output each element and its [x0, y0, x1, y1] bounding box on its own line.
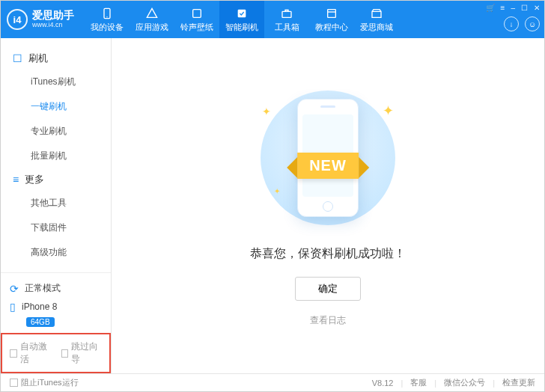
- maximize-button[interactable]: ☐: [521, 4, 528, 12]
- cart-icon[interactable]: 🛒: [486, 4, 495, 12]
- checkbox-icon: [10, 349, 17, 358]
- store-icon: [370, 7, 383, 20]
- device-name[interactable]: ▯ iPhone 8: [10, 298, 102, 316]
- svg-rect-3: [238, 9, 246, 17]
- phone-icon: ▯: [10, 301, 16, 313]
- sidebar-item-batch-flash[interactable]: 批量刷机: [31, 144, 111, 168]
- footer-link-service[interactable]: 客服: [410, 377, 427, 388]
- status-bar: 阻止iTunes运行 V8.12 | 客服 | 微信公众号 | 检查更新: [1, 373, 544, 391]
- view-log-link[interactable]: 查看日志: [310, 314, 346, 327]
- device-mode-label: 正常模式: [25, 282, 61, 295]
- sidebar-item-download-fw[interactable]: 下载固件: [31, 215, 111, 240]
- download-icon[interactable]: ↓: [504, 16, 519, 31]
- version-label: V8.12: [372, 379, 394, 388]
- tab-label: 铃声壁纸: [180, 22, 213, 33]
- svg-point-1: [106, 16, 107, 17]
- app-name: 爱思助手: [32, 10, 74, 21]
- menu-icon: ≡: [13, 174, 19, 186]
- checkbox-icon: [61, 349, 69, 358]
- sidebar-item-other-tools[interactable]: 其他工具: [31, 191, 111, 215]
- success-illustration: ✦ ✦ ✦ NEW: [231, 83, 425, 233]
- checkbox-icon: [10, 379, 18, 387]
- confirm-button[interactable]: 确定: [295, 277, 361, 301]
- svg-rect-6: [328, 9, 336, 17]
- sidebar-item-advanced[interactable]: 高级功能: [31, 240, 111, 265]
- sparkle-icon: ✦: [274, 187, 280, 195]
- sidebar-item-itunes-flash[interactable]: iTunes刷机: [31, 70, 111, 94]
- music-icon: [190, 7, 204, 20]
- tab-label: 教程中心: [315, 22, 348, 33]
- svg-rect-5: [285, 10, 288, 11]
- tab-label: 工具箱: [275, 22, 299, 33]
- tab-label: 应用游戏: [136, 22, 168, 33]
- top-tabs: 我的设备 应用游戏 铃声壁纸 智能刷机 工具箱 教程中心: [85, 1, 399, 38]
- device-mode[interactable]: ⟳ 正常模式: [10, 279, 102, 298]
- phone-icon: [100, 7, 114, 20]
- sparkle-icon: ✦: [383, 102, 394, 119]
- checkbox-auto-activate[interactable]: 自动激活: [10, 340, 51, 366]
- tab-tutorial[interactable]: 教程中心: [309, 1, 354, 38]
- app-logo: i4 爱思助手 www.i4.cn: [7, 9, 74, 30]
- svg-rect-4: [282, 11, 291, 17]
- checkbox-label: 跳过向导: [71, 340, 102, 366]
- new-ribbon: NEW: [297, 153, 359, 179]
- options-highlight: 自动激活 跳过向导: [1, 333, 111, 373]
- sidebar-group-label: 更多: [25, 173, 44, 186]
- checkbox-label: 自动激活: [20, 340, 51, 366]
- refresh-icon: ⟳: [10, 283, 19, 295]
- sidebar: ☐ 刷机 iTunes刷机 一键刷机 专业刷机 批量刷机 ≡ 更多 其他工具 下…: [1, 38, 112, 373]
- footer-link-update[interactable]: 检查更新: [502, 377, 535, 388]
- logo-mark: i4: [7, 9, 28, 30]
- user-icon[interactable]: ☺: [525, 16, 540, 31]
- checkbox-label: 阻止iTunes运行: [21, 377, 79, 388]
- top-bar: i4 爱思助手 www.i4.cn 我的设备 应用游戏 铃声壁纸 智能刷机: [1, 1, 544, 38]
- sidebar-item-oneclick-flash[interactable]: 一键刷机: [31, 94, 111, 119]
- ribbon-label: NEW: [297, 153, 359, 179]
- app-url: www.i4.cn: [32, 22, 74, 29]
- book-icon: [325, 7, 338, 20]
- flash-icon: [235, 7, 249, 20]
- sidebar-item-pro-flash[interactable]: 专业刷机: [31, 119, 111, 144]
- tab-apps[interactable]: 应用游戏: [130, 1, 174, 38]
- minimize-button[interactable]: –: [511, 4, 515, 12]
- tab-ring[interactable]: 铃声壁纸: [174, 1, 219, 38]
- phone-icon: ☐: [13, 52, 22, 64]
- device-name-label: iPhone 8: [22, 301, 57, 312]
- menu-icon[interactable]: ≡: [501, 4, 505, 12]
- checkbox-skip-guide[interactable]: 跳过向导: [61, 340, 103, 366]
- tab-label: 我的设备: [91, 22, 124, 33]
- checkbox-block-itunes[interactable]: 阻止iTunes运行: [10, 377, 79, 388]
- sidebar-group-flash[interactable]: ☐ 刷机: [1, 47, 111, 70]
- sidebar-group-label: 刷机: [28, 52, 48, 65]
- tab-devices[interactable]: 我的设备: [85, 1, 130, 38]
- tab-flash[interactable]: 智能刷机: [219, 1, 264, 38]
- tab-label: 爱思商城: [360, 22, 393, 33]
- main-content: ✦ ✦ ✦ NEW 恭喜您，保资料刷机成功啦！ 确定 查看日志: [112, 38, 544, 373]
- tab-store[interactable]: 爱思商城: [354, 1, 399, 38]
- tab-label: 智能刷机: [225, 22, 258, 33]
- sidebar-group-more[interactable]: ≡ 更多: [1, 168, 111, 191]
- apps-icon: [145, 7, 159, 20]
- storage-badge: 64GB: [26, 317, 55, 327]
- svg-rect-2: [193, 9, 201, 17]
- success-message: 恭喜您，保资料刷机成功啦！: [250, 246, 406, 262]
- tab-tools[interactable]: 工具箱: [264, 1, 309, 38]
- tools-icon: [280, 7, 293, 20]
- footer-link-wechat[interactable]: 微信公众号: [444, 377, 485, 388]
- close-button[interactable]: ✕: [534, 4, 540, 12]
- window-controls: 🛒 ≡ – ☐ ✕: [486, 4, 540, 12]
- sparkle-icon: ✦: [262, 105, 271, 117]
